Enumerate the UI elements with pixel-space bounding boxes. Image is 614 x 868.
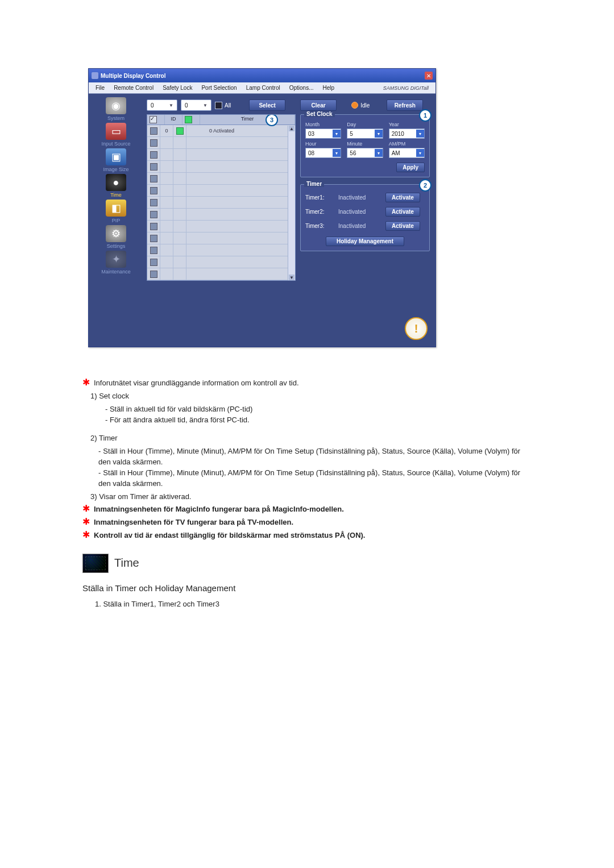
table-row[interactable] bbox=[147, 221, 295, 232]
checkbox-icon[interactable] bbox=[150, 259, 157, 266]
sidebar-item-pip[interactable]: ◧ PIP bbox=[96, 200, 136, 223]
doc-text: - För att ändra aktuell tid, ändra först… bbox=[105, 415, 532, 426]
dropdown-1[interactable]: 0▼ bbox=[147, 99, 177, 111]
menu-remote-control[interactable]: Remote Control bbox=[109, 84, 158, 92]
table-row[interactable] bbox=[147, 232, 295, 244]
table-row[interactable]: 0 0 Activated bbox=[147, 125, 295, 137]
chevron-down-icon: ▼ bbox=[169, 103, 173, 108]
select-button[interactable]: Select bbox=[249, 99, 285, 111]
menu-options[interactable]: Options... bbox=[285, 84, 318, 92]
select-value: AM bbox=[392, 150, 400, 156]
scrollbar[interactable]: ▲ ▼ bbox=[288, 126, 295, 280]
doc-text: Inmatningsenheten för MagicInfo fungerar… bbox=[94, 504, 344, 515]
minute-select[interactable]: 56▾ bbox=[347, 148, 383, 158]
checkbox-icon[interactable] bbox=[150, 211, 157, 218]
menu-port-selection[interactable]: Port Selection bbox=[197, 84, 241, 92]
sidebar-item-system[interactable]: ◉ System bbox=[96, 97, 136, 121]
set-clock-panel: 1 Set Clock Month 03▾ Day 5▾ Year 2010▾ bbox=[300, 114, 430, 177]
checkbox-icon[interactable] bbox=[150, 151, 157, 159]
sub-heading: Ställa in Timer och Holiday Management bbox=[82, 582, 532, 595]
day-select[interactable]: 5▾ bbox=[347, 128, 383, 139]
timer3-activate-button[interactable]: Activate bbox=[385, 221, 420, 231]
system-icon: ◉ bbox=[106, 97, 126, 114]
sidebar-item-settings[interactable]: ⚙ Settings bbox=[96, 225, 136, 249]
warning-icon: ! bbox=[405, 317, 428, 340]
timer1-activate-button[interactable]: Activate bbox=[385, 193, 420, 202]
checkbox-icon[interactable] bbox=[150, 199, 157, 206]
grid-header-timer: Timer bbox=[200, 115, 295, 124]
timer1-label: Timer1: bbox=[305, 194, 334, 201]
table-row[interactable] bbox=[147, 197, 295, 209]
idle-dot-icon bbox=[351, 102, 358, 109]
dropdown-value: 0 bbox=[151, 102, 154, 109]
doc-text: Inforutnätet visar grundläggande informa… bbox=[94, 378, 299, 389]
pip-icon: ◧ bbox=[106, 200, 126, 217]
checkbox-icon[interactable] bbox=[150, 223, 157, 230]
menu-file[interactable]: File bbox=[91, 84, 109, 92]
checkbox-icon[interactable] bbox=[150, 187, 157, 194]
chevron-down-icon: ▾ bbox=[375, 130, 383, 138]
sidebar-item-label: Time bbox=[96, 192, 136, 198]
table-row[interactable] bbox=[147, 137, 295, 149]
table-row[interactable] bbox=[147, 173, 295, 185]
timer2-status: Inactivated bbox=[338, 209, 381, 215]
dropdown-2[interactable]: 0▼ bbox=[181, 99, 211, 111]
menubar: File Remote Control Safety Lock Port Sel… bbox=[89, 82, 435, 94]
checkbox-icon[interactable] bbox=[150, 127, 157, 135]
callout-badge-2: 2 bbox=[419, 179, 432, 192]
checkbox-icon[interactable] bbox=[150, 139, 157, 147]
checkbox-icon[interactable] bbox=[150, 116, 157, 123]
year-select[interactable]: 2010▾ bbox=[389, 128, 425, 139]
refresh-button[interactable]: Refresh bbox=[387, 99, 423, 111]
scroll-up-icon[interactable]: ▲ bbox=[289, 126, 294, 131]
timer2-activate-button[interactable]: Activate bbox=[385, 207, 420, 217]
close-icon[interactable]: ✕ bbox=[425, 72, 433, 80]
month-label: Month bbox=[305, 122, 341, 127]
section-title: Time bbox=[114, 555, 139, 571]
sidebar-item-image-size[interactable]: ▣ Image Size bbox=[96, 148, 136, 172]
holiday-management-button[interactable]: Holiday Management bbox=[326, 236, 404, 246]
sidebar-item-label: PIP bbox=[96, 218, 136, 223]
cell-timer: 0 Activated bbox=[186, 125, 295, 136]
table-row[interactable] bbox=[147, 161, 295, 173]
sidebar-item-time[interactable]: ● Time bbox=[96, 174, 136, 198]
clear-button[interactable]: Clear bbox=[300, 99, 337, 111]
checkbox-icon[interactable] bbox=[150, 163, 157, 171]
table-row[interactable] bbox=[147, 268, 295, 280]
table-row[interactable] bbox=[147, 256, 295, 268]
table-row[interactable] bbox=[147, 149, 295, 161]
menu-safety-lock[interactable]: Safety Lock bbox=[158, 84, 197, 92]
apply-button[interactable]: Apply bbox=[396, 163, 425, 172]
timer2-label: Timer2: bbox=[305, 209, 334, 215]
doc-text: Ställ in Hour (Timme), Minute (Minut), A… bbox=[98, 468, 520, 488]
sidebar-item-input-source[interactable]: ▭ Input Source bbox=[96, 123, 136, 147]
callout-badge-3: 3 bbox=[265, 114, 278, 126]
chevron-down-icon: ▾ bbox=[416, 149, 424, 157]
checkbox-icon[interactable] bbox=[150, 271, 157, 278]
table-row[interactable] bbox=[147, 185, 295, 197]
checkbox-icon[interactable] bbox=[150, 175, 157, 182]
checkbox-all[interactable]: All bbox=[215, 102, 231, 109]
panel-title: Set Clock bbox=[304, 111, 335, 117]
sidebar-item-label: System bbox=[96, 115, 136, 121]
chevron-down-icon: ▼ bbox=[203, 103, 208, 108]
sidebar-item-label: Image Size bbox=[96, 167, 136, 172]
input-source-icon: ▭ bbox=[106, 123, 126, 140]
checkbox-icon[interactable] bbox=[150, 247, 157, 254]
menu-help[interactable]: Help bbox=[318, 84, 339, 92]
sidebar-item-maintenance[interactable]: ✦ Maintenance bbox=[96, 251, 136, 275]
status-square-icon bbox=[176, 127, 184, 135]
select-value: 03 bbox=[308, 131, 314, 137]
table-row[interactable] bbox=[147, 244, 295, 256]
checkbox-icon[interactable] bbox=[150, 235, 157, 242]
scroll-down-icon[interactable]: ▼ bbox=[289, 275, 294, 280]
hour-select[interactable]: 08▾ bbox=[305, 148, 341, 158]
menu-lamp-control[interactable]: Lamp Control bbox=[242, 84, 285, 92]
status-idle: Idle bbox=[351, 102, 370, 109]
sidebar: ◉ System ▭ Input Source ▣ Image Size ● T… bbox=[89, 94, 143, 318]
maintenance-icon: ✦ bbox=[106, 251, 126, 268]
table-row[interactable] bbox=[147, 209, 295, 221]
ampm-select[interactable]: AM▾ bbox=[389, 148, 425, 158]
month-select[interactable]: 03▾ bbox=[305, 128, 341, 139]
time-section-icon bbox=[82, 554, 109, 573]
